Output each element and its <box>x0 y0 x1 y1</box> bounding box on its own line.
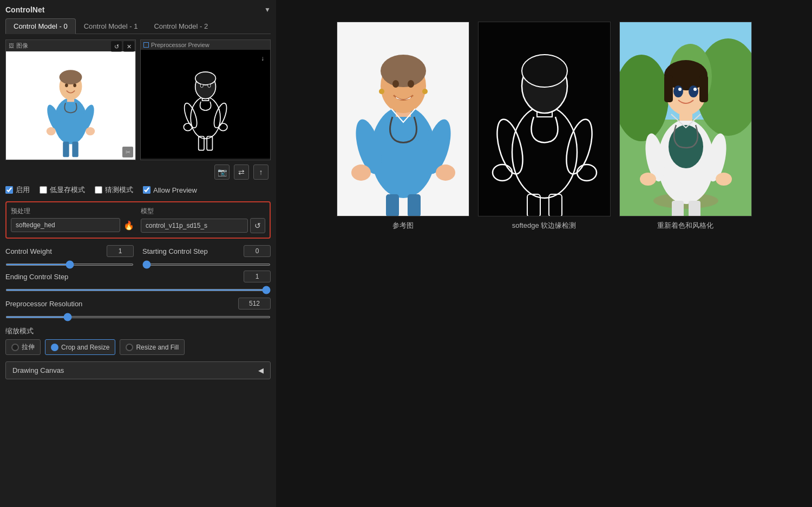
starting-step-header: Starting Control Step <box>142 245 271 257</box>
tab-control-model-0[interactable]: Control Model - 0 <box>5 18 76 34</box>
model-select-row: 预处理 softedge_hed 🔥 模型 control_v11p_sd15_… <box>11 207 265 233</box>
output-caption-1: 参考图 <box>392 221 414 231</box>
preprocessor-select-inner: softedge_hed 🔥 <box>11 218 135 232</box>
source-image-box: 🖼 图像 <box>5 39 136 160</box>
model-col: 模型 control_v11p_sd15_s ↺ <box>141 207 265 233</box>
ending-step-header: Ending Control Step <box>5 271 271 282</box>
svg-point-37 <box>392 80 399 88</box>
options-row: 启用 低显存模式 猜测模式 Allow Preview <box>5 185 271 195</box>
lowvram-checkbox-item[interactable]: 低显存模式 <box>40 185 85 195</box>
svg-point-22 <box>200 84 203 88</box>
output-caption-2: softedge 软边缘检测 <box>512 221 577 231</box>
preview-download-btn[interactable]: ↓ <box>257 53 268 64</box>
source-image-close-btn[interactable]: ✕ <box>123 41 134 52</box>
preprocessor-fire-btn[interactable]: 🔥 <box>122 219 135 232</box>
preprocessor-res-slider[interactable] <box>5 316 271 318</box>
image-icon: 🖼 <box>9 43 14 49</box>
panel-header: ControlNet ▼ <box>5 5 271 14</box>
lowvram-label: 低显存模式 <box>50 185 85 195</box>
svg-rect-75 <box>689 201 700 216</box>
output-image-box-2: softedge 软边缘检测 <box>478 22 611 231</box>
controlnet-panel: ControlNet ▼ Control Model - 0 Control M… <box>0 0 276 507</box>
svg-rect-69 <box>699 75 708 102</box>
control-weight-slider[interactable] <box>5 264 134 266</box>
panel-collapse-arrow[interactable]: ▼ <box>264 6 271 14</box>
allow-preview-checkbox-item[interactable]: Allow Preview <box>143 186 197 194</box>
upload-btn[interactable]: ↑ <box>253 164 269 180</box>
enable-label: 启用 <box>16 185 30 195</box>
control-weight-label: Control Weight <box>5 247 92 255</box>
panel-title: ControlNet <box>5 5 44 14</box>
svg-point-23 <box>208 84 211 88</box>
svg-point-35 <box>379 89 384 94</box>
allow-preview-checkbox[interactable] <box>143 186 150 194</box>
output-image-2 <box>478 22 611 216</box>
svg-point-10 <box>73 84 76 88</box>
svg-point-21 <box>195 72 216 85</box>
crop-resize-btn[interactable]: Crop and Resize <box>45 339 115 355</box>
starting-step-slider[interactable] <box>142 264 271 266</box>
guess-checkbox[interactable] <box>95 186 102 194</box>
output-image-box-3: 重新着色和风格化 <box>619 22 752 231</box>
svg-point-30 <box>351 164 371 181</box>
output-nurse-svg-3 <box>620 22 752 216</box>
allow-preview-label: Allow Preview <box>153 186 197 194</box>
svg-point-71 <box>689 85 698 97</box>
model-tabs: Control Model - 0 Control Model - 1 Cont… <box>5 18 271 34</box>
svg-rect-41 <box>479 22 611 216</box>
preprocessor-preview-label: Preprocessor Preview <box>141 40 270 50</box>
svg-point-72 <box>678 88 682 91</box>
starting-step-label: Starting Control Step <box>142 247 229 255</box>
svg-rect-39 <box>386 194 399 216</box>
tab-control-model-2[interactable]: Control Model - 2 <box>146 18 216 34</box>
control-weight-col: Control Weight <box>5 245 134 267</box>
scissors-icon-container: ✂ <box>122 147 133 157</box>
svg-point-8 <box>60 70 82 84</box>
scale-mode-buttons: 拉伸 Crop and Resize Resize and Fill <box>5 339 271 355</box>
svg-point-73 <box>693 88 697 91</box>
output-image-1 <box>337 22 469 216</box>
preprocessor-dropdown[interactable]: softedge_hed <box>11 218 120 232</box>
swap-btn[interactable]: ⇄ <box>234 164 249 180</box>
resize-fill-btn[interactable]: Resize and Fill <box>120 339 185 355</box>
model-refresh-btn[interactable]: ↺ <box>250 218 265 233</box>
nurse-svg <box>6 51 135 160</box>
lowvram-checkbox[interactable] <box>40 186 47 194</box>
svg-rect-40 <box>408 194 421 216</box>
svg-point-4 <box>47 127 56 135</box>
crop-btn[interactable]: ✂ <box>122 147 133 157</box>
svg-point-62 <box>640 173 656 186</box>
model-dropdown[interactable]: control_v11p_sd15_s <box>141 219 248 233</box>
preprocessor-res-header: Preprocessor Resolution <box>5 298 271 310</box>
enable-checkbox[interactable] <box>5 186 13 194</box>
output-nurse-svg-1 <box>337 22 469 216</box>
ending-step-label: Ending Control Step <box>5 273 92 281</box>
preprocessor-preview-content <box>141 50 270 158</box>
preprocessor-col: 预处理 softedge_hed 🔥 <box>11 207 135 233</box>
svg-point-31 <box>436 164 455 181</box>
drawing-canvas-btn[interactable]: Drawing Canvas ◀ <box>5 361 271 379</box>
control-weight-value[interactable] <box>107 245 134 257</box>
image-row: 🖼 图像 <box>5 39 271 160</box>
svg-point-49 <box>522 55 567 87</box>
model-label: 模型 <box>141 207 265 216</box>
guess-checkbox-item[interactable]: 猜测模式 <box>95 185 133 195</box>
preprocessor-preview-box: Preprocessor Preview <box>140 39 271 160</box>
source-image-content <box>6 51 135 160</box>
starting-step-value[interactable] <box>244 245 271 257</box>
preview-checkbox-icon <box>143 42 149 48</box>
camera-btn[interactable]: 📷 <box>214 164 230 180</box>
preprocessor-label: 预处理 <box>11 207 135 216</box>
preprocessor-res-section: Preprocessor Resolution <box>5 298 271 320</box>
source-image-refresh-btn[interactable]: ↺ <box>111 41 122 52</box>
ending-step-value[interactable] <box>244 271 271 282</box>
svg-rect-12 <box>72 142 78 157</box>
source-image-placeholder[interactable] <box>6 51 135 160</box>
stretch-btn[interactable]: 拉伸 <box>5 339 41 355</box>
output-caption-3: 重新着色和风格化 <box>657 221 713 231</box>
svg-point-63 <box>716 173 732 186</box>
ending-step-slider[interactable] <box>5 289 271 291</box>
enable-checkbox-item[interactable]: 启用 <box>5 185 30 195</box>
tab-control-model-1[interactable]: Control Model - 1 <box>76 18 146 34</box>
preprocessor-res-value[interactable] <box>238 298 271 310</box>
